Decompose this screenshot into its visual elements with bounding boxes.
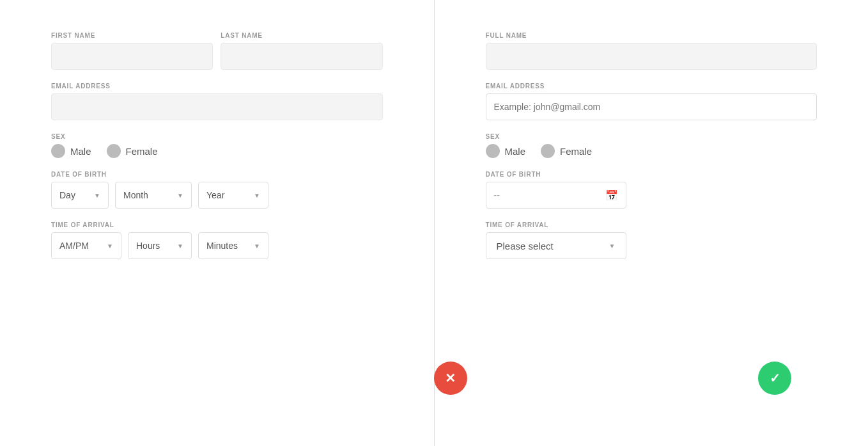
left-dob-selects: Day ▼ Month ▼ Year ▼ [51,182,383,209]
left-arrival-hours-arrow: ▼ [177,243,183,250]
left-radio-group: Male Female [51,144,383,158]
right-arrival-dropdown[interactable]: Please select ▼ [486,232,626,259]
left-dob-group: DATE OF BIRTH Day ▼ Month ▼ Year ▼ [51,171,383,209]
left-male-label: Male [70,146,91,157]
left-arrival-minutes-arrow: ▼ [254,243,260,250]
left-arrival-selects: AM/PM ▼ Hours ▼ Minutes ▼ [51,232,383,259]
right-female-label: Female [560,146,592,157]
left-arrival-minutes-text: Minutes [206,241,238,251]
right-arrival-placeholder: Please select [497,241,554,251]
right-radio-group: Male Female [486,144,818,158]
right-dob-label: DATE OF BIRTH [486,171,818,178]
left-dob-month-arrow: ▼ [177,192,183,199]
left-arrival-ampm-dropdown[interactable]: AM/PM ▼ [51,232,121,259]
last-name-field-group: LAST NAME [221,32,382,70]
right-full-name-input[interactable] [486,43,818,70]
left-dob-year-dropdown[interactable]: Year ▼ [198,182,268,209]
left-dob-day-dropdown[interactable]: Day ▼ [51,182,109,209]
left-arrival-label: TIME OF ARRIVAL [51,221,383,228]
left-dob-label: DATE OF BIRTH [51,171,383,178]
left-dob-year-text: Year [206,190,224,200]
right-female-radio[interactable]: Female [541,144,592,158]
last-name-input[interactable] [221,43,382,70]
left-female-radio[interactable]: Female [107,144,158,158]
right-email-group: EMAIL ADDRESS [486,83,818,120]
right-email-input[interactable] [486,93,818,120]
left-male-radio[interactable]: Male [51,144,91,158]
left-female-label: Female [126,146,158,157]
left-dob-year-arrow: ▼ [254,192,260,199]
left-email-input[interactable] [51,93,383,120]
right-dob-group: DATE OF BIRTH -- 📅 [486,171,818,209]
left-email-group: EMAIL ADDRESS [51,83,383,120]
right-arrival-label: TIME OF ARRIVAL [486,221,818,228]
left-email-label: EMAIL ADDRESS [51,83,383,90]
check-button[interactable]: ✓ [758,362,791,395]
first-name-input[interactable] [51,43,213,70]
right-dob-input-box[interactable]: -- 📅 [486,182,626,209]
right-male-radio[interactable]: Male [486,144,526,158]
left-arrival-minutes-dropdown[interactable]: Minutes ▼ [198,232,268,259]
left-arrival-hours-dropdown[interactable]: Hours ▼ [128,232,192,259]
left-dob-month-dropdown[interactable]: Month ▼ [115,182,192,209]
left-male-radio-circle [51,144,65,158]
left-panel: FIRST NAME LAST NAME EMAIL ADDRESS SEX M… [0,0,435,446]
right-sex-group: SEX Male Female [486,133,818,158]
left-female-radio-circle [107,144,121,158]
right-email-label: EMAIL ADDRESS [486,83,818,90]
right-arrival-group: TIME OF ARRIVAL Please select ▼ [486,221,818,259]
last-name-label: LAST NAME [221,32,382,39]
left-dob-day-text: Day [59,190,75,200]
left-sex-group: SEX Male Female [51,133,383,158]
right-panel: FULL NAME EMAIL ADDRESS SEX Male Female [435,0,869,446]
right-full-name-label: FULL NAME [486,32,818,39]
right-male-radio-circle [486,144,500,158]
left-arrival-hours-text: Hours [136,241,160,251]
right-full-name-group: FULL NAME [486,32,818,70]
first-name-label: FIRST NAME [51,32,213,39]
left-arrival-group: TIME OF ARRIVAL AM/PM ▼ Hours ▼ Minutes … [51,221,383,259]
right-sex-label: SEX [486,133,818,140]
name-fields-group: FIRST NAME LAST NAME [51,32,383,70]
right-dob-placeholder: -- [494,190,500,200]
calendar-icon: 📅 [605,189,618,202]
left-dob-month-text: Month [123,190,148,200]
right-arrival-arrow: ▼ [609,243,616,250]
left-arrival-ampm-arrow: ▼ [107,243,113,250]
main-container: FIRST NAME LAST NAME EMAIL ADDRESS SEX M… [0,0,868,446]
right-female-radio-circle [541,144,555,158]
first-name-field-group: FIRST NAME [51,32,213,70]
left-dob-day-arrow: ▼ [94,192,100,199]
left-arrival-ampm-text: AM/PM [59,241,89,251]
check-icon: ✓ [770,370,780,386]
right-male-label: Male [505,146,526,157]
left-sex-label: SEX [51,133,383,140]
